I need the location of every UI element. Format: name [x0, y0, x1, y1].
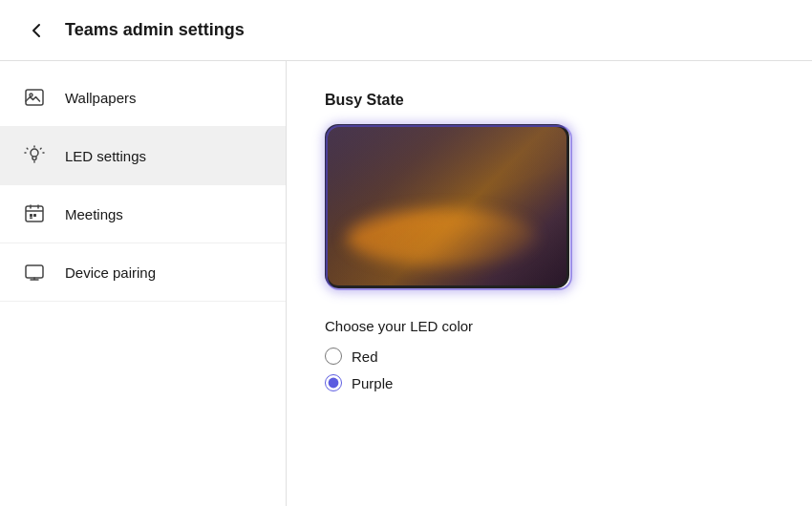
- choose-led-title: Choose your LED color: [325, 318, 774, 334]
- svg-point-2: [31, 149, 38, 157]
- sidebar: Wallpapers LED settings: [0, 61, 287, 506]
- led-radio-purple[interactable]: [325, 374, 342, 391]
- sidebar-label-wallpapers: Wallpapers: [65, 90, 136, 106]
- sidebar-label-led-settings: LED settings: [65, 148, 146, 164]
- back-icon: [27, 21, 46, 40]
- led-option-red[interactable]: Red: [325, 348, 774, 365]
- led-label-red: Red: [352, 348, 378, 365]
- svg-rect-6: [30, 218, 32, 220]
- svg-point-1: [30, 94, 32, 96]
- sidebar-item-led-settings[interactable]: LED settings: [0, 127, 286, 185]
- led-option-purple[interactable]: Purple: [325, 374, 774, 391]
- led-radio-red[interactable]: [325, 348, 342, 365]
- back-button[interactable]: [19, 13, 53, 48]
- main-layout: Wallpapers LED settings: [0, 61, 812, 506]
- svg-rect-5: [33, 214, 36, 217]
- device-pairing-icon: [19, 257, 50, 287]
- sidebar-item-device-pairing[interactable]: Device pairing: [0, 243, 286, 302]
- sidebar-item-wallpapers[interactable]: Wallpapers: [0, 69, 286, 127]
- main-content: Busy State Choose your LED color Red Pur…: [287, 61, 812, 506]
- tablet-screen: [328, 127, 566, 285]
- wallpapers-icon: [19, 82, 50, 113]
- svg-rect-7: [26, 265, 43, 278]
- tablet-frame: [325, 124, 569, 288]
- device-preview: [325, 124, 573, 291]
- sidebar-item-meetings[interactable]: Meetings: [0, 185, 286, 243]
- busy-state-title: Busy State: [325, 92, 774, 109]
- led-label-purple: Purple: [352, 375, 393, 391]
- app-header: Teams admin settings: [0, 0, 812, 61]
- meetings-icon: [19, 199, 50, 229]
- svg-rect-4: [30, 214, 32, 217]
- sidebar-label-device-pairing: Device pairing: [65, 264, 156, 281]
- led-icon: [19, 140, 50, 171]
- page-title: Teams admin settings: [65, 20, 245, 40]
- sidebar-label-meetings: Meetings: [65, 206, 123, 222]
- led-color-section: Choose your LED color Red Purple: [325, 318, 774, 391]
